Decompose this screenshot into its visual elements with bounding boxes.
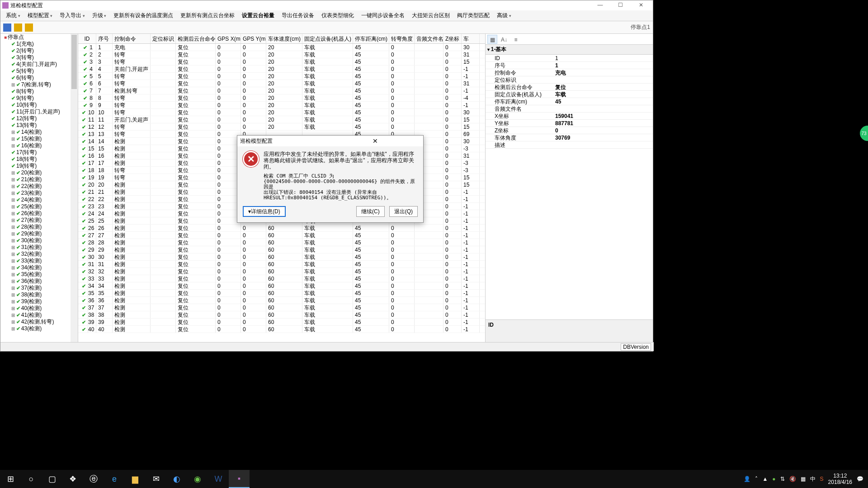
property-row[interactable]: 停车距离(cm)45 (486, 98, 653, 105)
taskbar-clock[interactable]: 13:122018/4/16 (828, 473, 852, 485)
tree-item[interactable]: 19(转弯) (11, 163, 78, 169)
windows-taskbar[interactable]: ⊞ ○ ▢ ❖ ⓔ e ▆ ✉ ◐ ◉ W ▪ 👤 ˄ ▲ ● ⇅ 🔇 ▦ 中 … (0, 470, 868, 488)
table-row[interactable]: 1010转弯复位0020车载450030 (78, 109, 485, 116)
column-header[interactable]: 控制命令 (113, 34, 151, 43)
tray-icon-2[interactable]: ● (772, 476, 775, 482)
table-row[interactable]: 77检测,转弯复位0020车载4500-1 (78, 87, 485, 94)
menu-item[interactable]: 导入导出 (57, 12, 88, 19)
tree-item[interactable]: 42(检测,转弯) (11, 319, 78, 325)
cortana-icon[interactable]: ○ (21, 470, 42, 488)
prop-alpha-sort-button[interactable]: A↓ (499, 35, 509, 44)
titlebar[interactable]: 巡检模型配置 — ☐ ✕ (0, 0, 653, 10)
tree-item[interactable]: 28(检测) (11, 224, 78, 230)
tree-item[interactable]: 16(检测) (11, 142, 78, 149)
table-row[interactable]: 1111开后门,关超声复位0020车载450015 (78, 116, 485, 123)
table-row[interactable]: 1212转弯复位0020车载450015 (78, 123, 485, 131)
property-row[interactable]: 定位标识 (486, 76, 653, 84)
taskbar-app-3[interactable]: ◉ (187, 470, 208, 488)
tree-item[interactable]: 11(开后门,关超声) (11, 108, 78, 115)
tree-item[interactable]: 29(检测) (11, 230, 78, 237)
column-header[interactable]: GPS Y(m) (241, 34, 266, 43)
property-row[interactable]: 音频文件名 (486, 105, 653, 113)
tree-item[interactable]: 18(转弯) (11, 156, 78, 163)
tree-item[interactable]: 12(转弯) (11, 115, 78, 122)
table-row[interactable]: 2626检测复位0060车载4500-1 (78, 225, 485, 232)
menu-item[interactable]: 阀厅类型匹配 (454, 12, 492, 19)
tree-item[interactable]: 22(检测) (11, 183, 78, 190)
taskbar-ie-icon[interactable]: ⓔ (83, 470, 104, 488)
table-row[interactable]: 99转弯复位0020车载4500-1 (78, 102, 485, 109)
property-row[interactable]: 序号1 (486, 62, 653, 69)
taskbar-word-icon[interactable]: W (208, 470, 229, 488)
property-row[interactable]: 固定点设备(机器人)车载 (486, 91, 653, 98)
property-row[interactable]: ID1 (486, 55, 653, 62)
property-row[interactable]: 车体角度30769 (486, 134, 653, 141)
table-row[interactable]: 2727检测复位0060车载4500-1 (78, 232, 485, 239)
table-row[interactable]: 11充电复位0020车载450030 (78, 44, 485, 51)
tree-item[interactable]: 43(检测) (11, 325, 78, 332)
tray-volume-icon[interactable]: 🔇 (789, 476, 796, 482)
dialog-close-button[interactable]: ✕ (330, 137, 421, 145)
tree-item[interactable]: 41(检测) (11, 312, 78, 319)
tree-item[interactable]: 25(检测) (11, 203, 78, 210)
tree-item[interactable]: 17(转弯) (11, 149, 78, 156)
tree-vscroll[interactable] (71, 34, 78, 342)
details-button[interactable]: ▾详细信息(D) (243, 206, 286, 217)
column-header[interactable]: ID (78, 34, 96, 43)
table-row[interactable]: 3939检测复位0060车载4500-1 (78, 319, 485, 326)
table-row[interactable]: 44关前门,开超声复位0020车载4500-1 (78, 66, 485, 73)
maximize-button[interactable]: ☐ (610, 0, 631, 10)
tray-chevron-icon[interactable]: ˄ (755, 476, 758, 482)
menu-item[interactable]: 大扭矩云台区别 (409, 12, 453, 19)
property-row[interactable]: X坐标159041 (486, 113, 653, 120)
table-row[interactable]: 3333检测复位0060车载4500-1 (78, 275, 485, 282)
tree-item[interactable]: 24(检测) (11, 197, 78, 203)
tray-icon-1[interactable]: ▲ (762, 476, 768, 482)
menu-item[interactable]: 模型配置 (25, 12, 56, 19)
table-row[interactable]: 22转弯复位0020车载450031 (78, 51, 485, 58)
property-row[interactable]: Z坐标0 (486, 127, 653, 134)
menu-item[interactable]: 设置云台裕量 (239, 12, 277, 19)
taskbar-app-1[interactable]: ❖ (62, 470, 83, 488)
taskbar-edge-icon[interactable]: e (104, 470, 125, 488)
table-row[interactable]: 3838检测复位0060车载4500-1 (78, 311, 485, 319)
property-row[interactable]: 检测后云台命令复位 (486, 84, 653, 91)
tree-item[interactable]: 36(检测) (11, 278, 78, 285)
tree-item[interactable]: 27(检测) (11, 217, 78, 224)
column-header[interactable]: 检测后云台命令 (176, 34, 216, 43)
tree-item[interactable]: 4(关前门,开超声) (11, 61, 78, 68)
tray-icon-3[interactable]: ▦ (801, 476, 806, 482)
tray-notifications-icon[interactable]: 💬 (857, 476, 863, 482)
column-header[interactable]: 停车距离(cm) (353, 34, 389, 43)
prop-categorized-button[interactable]: ▦ (487, 35, 497, 44)
tree-item[interactable]: 40(检测) (11, 305, 78, 312)
column-header[interactable]: 序号 (96, 34, 113, 43)
tree-item[interactable]: 33(检测) (11, 258, 78, 264)
column-header[interactable]: 转弯角度 (389, 34, 415, 43)
table-row[interactable]: 2828检测复位0060车载4500-1 (78, 239, 485, 246)
tree-item[interactable]: 34(检测) (11, 264, 78, 271)
taskbar-current-app[interactable]: ▪ (229, 470, 250, 488)
dialog-titlebar[interactable]: 巡检模型配置 ✕ (237, 136, 423, 146)
tree-item[interactable]: 39(检测) (11, 298, 78, 305)
menu-item[interactable]: 升级 (90, 12, 109, 19)
property-category[interactable]: 1-基本 (486, 45, 653, 55)
taskbar-mail-icon[interactable]: ✉ (146, 470, 166, 488)
column-header[interactable]: 车 (462, 34, 480, 43)
tree-item[interactable]: 2(转弯) (11, 47, 78, 54)
table-row[interactable]: 66转弯复位0020车载450031 (78, 80, 485, 87)
menu-item[interactable]: 仪表类型细化 (319, 12, 357, 19)
table-row[interactable]: 4040检测复位0060车载4500-1 (78, 326, 485, 333)
minimize-button[interactable]: — (590, 0, 610, 10)
column-header[interactable]: 音频文件名 (415, 34, 443, 43)
tree-item[interactable]: 13(转弯) (11, 122, 78, 129)
tray-network-icon[interactable]: ⇅ (780, 476, 785, 482)
property-row[interactable]: Y坐标887781 (486, 120, 653, 127)
task-view-icon[interactable]: ▢ (42, 470, 62, 488)
table-row[interactable]: 3737检测复位0060车载4500-1 (78, 304, 485, 311)
table-row[interactable]: 3131检测复位0060车载4500-1 (78, 261, 485, 268)
db-icon-2[interactable] (25, 23, 33, 32)
tree-item[interactable]: 35(检测) (11, 271, 78, 278)
tree-item[interactable]: 14(检测) (11, 129, 78, 136)
continue-button[interactable]: 继续(C) (356, 206, 385, 217)
